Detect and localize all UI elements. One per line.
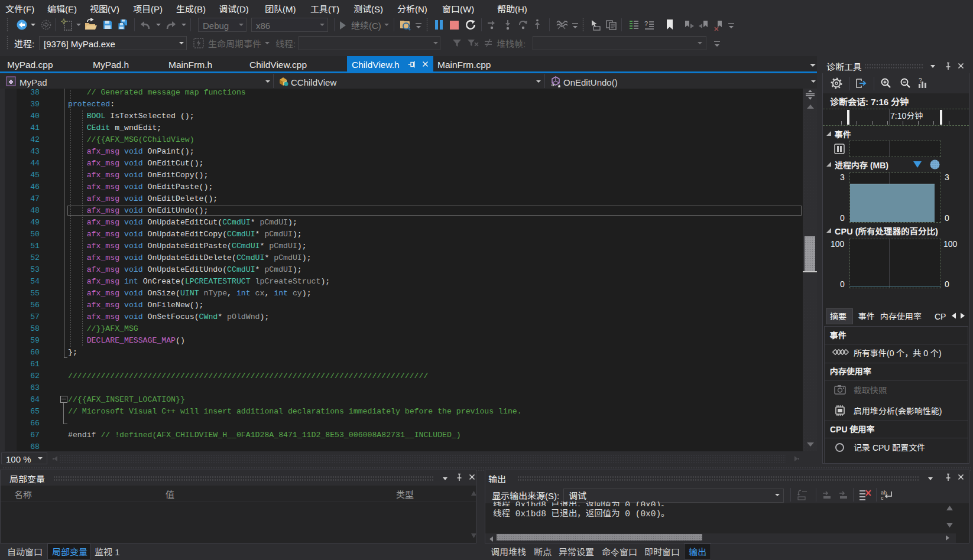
svg-text:?: ?	[644, 20, 648, 27]
svg-text:c: c	[881, 495, 884, 501]
